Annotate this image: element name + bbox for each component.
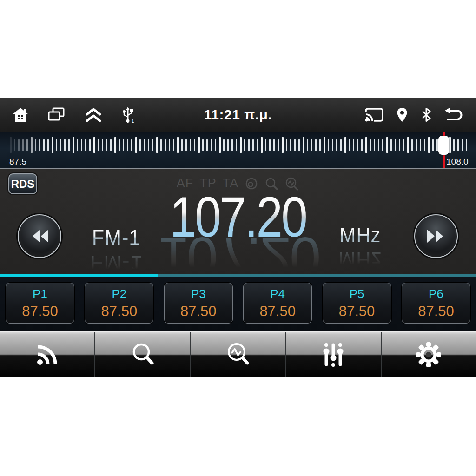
scale-tick [14,139,15,151]
scale-tick [181,139,183,151]
home-icon[interactable] [12,107,29,123]
scale-tick [370,139,371,151]
scale-tick [123,139,124,151]
back-icon[interactable] [443,107,464,123]
scale-tick [315,139,317,151]
scale-tick [114,137,116,153]
frequency-reflection: 107.20 [0,233,476,274]
scale-tick [68,139,70,151]
scale-tick [390,139,392,151]
scale-tick [357,139,358,151]
svg-text:1: 1 [132,119,134,124]
scale-tick [102,139,103,151]
preset-label: P3 [191,287,206,301]
preset-frequency: 87.50 [180,303,217,320]
scale-tick [52,137,53,153]
preset-button-3[interactable]: P3 87.50 [164,283,233,324]
preset-label: P1 [33,287,47,301]
preset-row: P1 87.50 P2 87.50 P3 87.50 P4 87.50 P5 8… [0,277,476,331]
preset-button-1[interactable]: P1 87.50 [6,283,74,324]
status-time: 11:21 π.μ. [204,107,272,123]
scale-tick [436,139,438,151]
bluetooth-icon [420,107,432,123]
broadcast-button[interactable] [0,332,95,377]
scale-tick [106,139,107,151]
scale-tick [353,139,354,151]
scale-tick [43,139,45,151]
scale-tick [462,139,463,151]
head-unit-screen: 1 11:21 π.μ. [0,98,476,377]
scale-tick [349,139,350,151]
scale-tick [252,139,254,151]
scale-tick [131,139,132,151]
scale-tick [152,139,153,151]
scale-tick [449,137,451,153]
scale-tick [60,139,61,151]
cast-icon [364,107,384,123]
bottom-toolbar [0,331,476,377]
scale-tick [148,139,149,151]
scale-tick [190,139,191,151]
collapse-icon[interactable] [84,106,103,123]
scale-tick [324,137,325,153]
scale-tick [206,139,208,151]
status-bar-right [364,107,464,123]
scale-tick [173,139,174,151]
scale-tick [202,139,204,151]
scale-tick [374,139,375,151]
scale-tick [416,139,417,151]
scale-tick [98,139,99,151]
scale-tick [265,139,266,151]
scan-button[interactable] [191,332,286,377]
preset-button-4[interactable]: P4 87.50 [243,283,312,324]
equalizer-button[interactable] [286,332,382,377]
settings-button[interactable] [382,332,476,377]
preset-button-2[interactable]: P2 87.50 [85,283,153,324]
unit-label: MHz [323,224,398,247]
unit-display: MHz MHz [321,224,400,271]
scale-tick [64,139,66,151]
scale-tick [248,139,250,151]
recents-icon[interactable] [47,107,65,123]
scale-tick [219,137,221,153]
scale-tick [303,137,304,153]
preset-button-5[interactable]: P5 87.50 [323,283,391,324]
scale-tick [81,139,82,151]
seek-previous-button[interactable] [18,214,61,258]
scale-tick [127,139,128,151]
tuner-pointer-thumb[interactable] [438,136,449,155]
scale-tick [244,139,245,151]
scale-tick [169,139,170,151]
scale-tick [420,139,421,151]
scale-tick [160,139,162,151]
scale-tick [282,137,284,153]
scale-tick [18,139,20,151]
tuner-scale[interactable]: 87.5 108.0 [0,132,476,169]
scale-tick [273,139,275,151]
scale-tick [31,137,33,153]
search-button[interactable] [95,332,191,377]
scale-tick [194,139,195,151]
preset-label: P5 [350,287,364,301]
scale-tick [403,139,404,151]
scale-tick [395,139,396,151]
preset-frequency: 87.50 [339,303,375,320]
location-icon [395,107,409,123]
scale-tick [223,139,225,151]
scale-tick [286,139,287,151]
seek-next-button[interactable] [414,214,458,258]
tuner-display: RDS AF TP TA [0,169,476,274]
preset-label: P4 [270,287,285,301]
scale-tick [26,139,28,151]
scale-tick [77,139,78,151]
scale-tick [432,139,434,151]
scale-tick [89,139,91,151]
scale-tick [10,137,12,153]
scale-tick [457,139,459,151]
preset-button-6[interactable]: P6 87.50 [402,283,470,324]
scale-tick [85,139,86,151]
scale-tick [294,139,296,151]
scale-tick [344,137,346,153]
scale-tick [453,139,455,151]
scale-tick [135,137,137,153]
